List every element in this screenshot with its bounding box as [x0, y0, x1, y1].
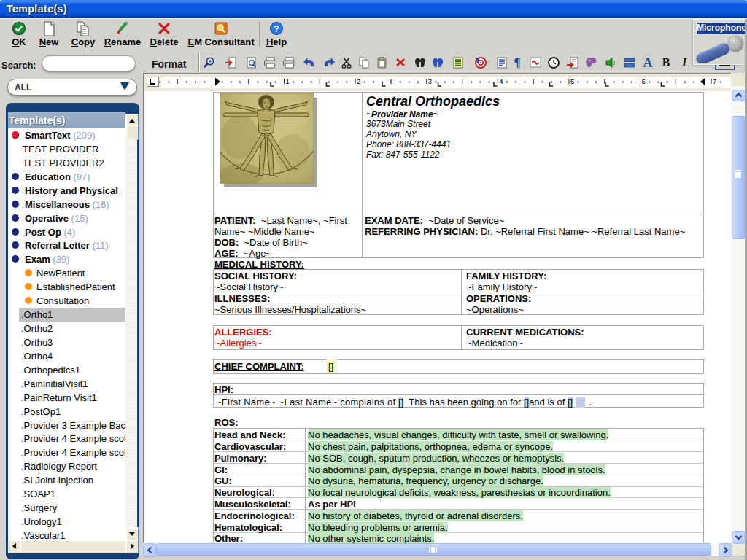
svg-text:7: 7	[713, 77, 716, 85]
svg-text:I: I	[681, 56, 687, 69]
svg-text:6: 6	[642, 77, 646, 85]
svg-text:2: 2	[357, 77, 360, 85]
svg-text:A: A	[643, 55, 653, 69]
svg-text:3: 3	[428, 77, 432, 85]
svg-text:B: B	[662, 56, 670, 69]
svg-text:?: ?	[274, 23, 279, 34]
svg-text:4: 4	[499, 77, 503, 85]
svg-text:5: 5	[570, 77, 574, 85]
svg-text:1: 1	[286, 77, 290, 85]
svg-text:¶: ¶	[514, 55, 520, 69]
